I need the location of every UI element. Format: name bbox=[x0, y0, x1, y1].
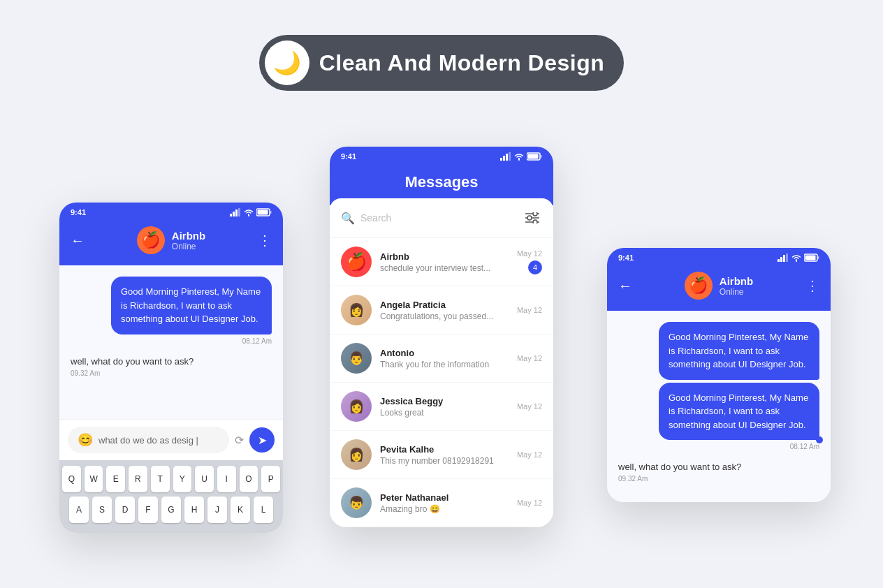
key-h[interactable]: H bbox=[184, 497, 204, 523]
key-l[interactable]: L bbox=[254, 497, 273, 523]
center-status-icons bbox=[500, 152, 542, 161]
list-item[interactable]: 👩 Pevita Kalhe This my number 0819291829… bbox=[330, 431, 553, 479]
svg-rect-25 bbox=[818, 256, 819, 259]
key-k[interactable]: K bbox=[231, 497, 250, 523]
peter-meta: May 12 bbox=[517, 499, 542, 507]
key-f[interactable]: F bbox=[138, 497, 158, 523]
key-t[interactable]: T bbox=[151, 466, 170, 492]
right-wifi-icon bbox=[791, 253, 801, 262]
left-input-box[interactable]: 😊 what do we do as desig | bbox=[68, 427, 229, 453]
airbnb-date: May 12 bbox=[517, 249, 542, 258]
jessica-meta: May 12 bbox=[517, 402, 542, 411]
pevita-content: Pevita Kalhe This my number 08192918291 bbox=[380, 444, 509, 466]
angela-meta: May 12 bbox=[517, 306, 542, 314]
key-e[interactable]: E bbox=[106, 466, 125, 492]
signal-icon bbox=[230, 208, 241, 216]
list-item[interactable]: 👦 Peter Nathanael Amazing bro 😄 May 12 bbox=[330, 479, 553, 527]
key-a[interactable]: A bbox=[69, 497, 89, 523]
angela-content: Angela Praticia Congratulations, you pas… bbox=[380, 300, 509, 321]
angela-date: May 12 bbox=[517, 306, 542, 314]
right-status-bar: 9:41 bbox=[607, 248, 831, 266]
svg-rect-5 bbox=[270, 211, 272, 214]
svg-rect-10 bbox=[509, 152, 511, 161]
airbnb-name: Airbnb bbox=[380, 251, 509, 262]
svg-rect-23 bbox=[786, 253, 788, 262]
keyboard-row-1: Q W E R T Y U I O P bbox=[62, 466, 280, 492]
search-left[interactable]: 🔍 Search bbox=[341, 212, 391, 225]
center-status-time: 9:41 bbox=[341, 152, 356, 161]
svg-point-18 bbox=[527, 216, 532, 220]
right-status-time: 9:41 bbox=[618, 253, 634, 262]
right-more-button[interactable]: ⋮ bbox=[805, 277, 819, 294]
list-item[interactable]: 👨 Antonio Thank you for the information … bbox=[330, 335, 553, 383]
contact-status: Online bbox=[172, 242, 205, 251]
badge-title: Clean And Modern Design bbox=[319, 50, 605, 76]
pevita-meta: May 12 bbox=[517, 450, 542, 459]
input-text: what do we do as desig | bbox=[98, 435, 219, 446]
right-contact-name: Airbnb bbox=[720, 275, 753, 287]
more-button[interactable]: ⋮ bbox=[258, 232, 272, 249]
left-status-bar: 9:41 bbox=[59, 203, 283, 221]
wifi-icon bbox=[244, 208, 254, 216]
contact-name: Airbnb bbox=[172, 230, 205, 242]
search-bar: 🔍 Search bbox=[330, 198, 553, 238]
svg-rect-2 bbox=[235, 210, 238, 216]
list-item[interactable]: 👩 Jessica Beggy Looks great May 12 bbox=[330, 383, 553, 431]
send-button[interactable]: ➤ bbox=[249, 427, 275, 453]
angela-avatar: 👩 bbox=[341, 295, 372, 325]
list-item[interactable]: 🍎 Airbnb schedule your interview test...… bbox=[330, 238, 553, 286]
sent-time: 08.12 Am bbox=[71, 337, 272, 345]
key-s[interactable]: S bbox=[92, 497, 112, 523]
right-contact-status: Online bbox=[720, 287, 753, 297]
airbnb-badge: 4 bbox=[528, 260, 542, 274]
list-item[interactable]: 👩 Angela Praticia Congratulations, you p… bbox=[330, 286, 553, 335]
center-status-bar: 9:41 bbox=[330, 147, 553, 165]
key-y[interactable]: Y bbox=[173, 466, 192, 492]
right-phone: 9:41 ← 🍎 Airbnb bbox=[607, 248, 831, 502]
antonio-preview: Thank you for the information bbox=[380, 360, 509, 369]
filter-icon[interactable] bbox=[523, 208, 542, 228]
key-g[interactable]: G bbox=[161, 497, 181, 523]
svg-rect-3 bbox=[238, 208, 240, 216]
left-input-area: 😊 what do we do as desig | ⟳ ➤ bbox=[59, 419, 283, 460]
search-icon: 🔍 bbox=[341, 212, 355, 225]
key-o[interactable]: O bbox=[240, 466, 258, 492]
jessica-avatar: 👩 bbox=[341, 391, 372, 422]
center-wifi-icon bbox=[514, 152, 524, 161]
key-r[interactable]: R bbox=[129, 466, 147, 492]
key-p[interactable]: P bbox=[261, 466, 280, 492]
airbnb-avatar: 🍎 bbox=[341, 247, 372, 277]
svg-rect-20 bbox=[778, 259, 780, 262]
right-sent-message-2: Good Morning Pinterest, My Name is Richa… bbox=[659, 383, 819, 441]
key-u[interactable]: U bbox=[195, 466, 214, 492]
key-j[interactable]: J bbox=[207, 497, 227, 523]
key-w[interactable]: W bbox=[85, 466, 103, 492]
received-message: well, what do you want to ask? bbox=[71, 356, 272, 367]
svg-point-19 bbox=[533, 220, 537, 223]
back-button[interactable]: ← bbox=[71, 233, 85, 249]
attachment-icon[interactable]: ⟳ bbox=[235, 434, 244, 447]
center-battery-icon bbox=[527, 152, 542, 161]
pevita-date: May 12 bbox=[517, 450, 542, 459]
right-received-message: well, what do you want to ask? bbox=[618, 462, 819, 472]
key-q[interactable]: Q bbox=[62, 466, 81, 492]
contact-avatar: 🍎 bbox=[137, 226, 165, 254]
peter-name: Peter Nathanael bbox=[380, 492, 509, 503]
pevita-preview: This my number 08192918291 bbox=[380, 456, 509, 466]
right-sent-message: Good Morning Pinterest, My Name is Richa… bbox=[659, 322, 819, 380]
search-placeholder: Search bbox=[360, 212, 391, 223]
pevita-avatar: 👩 bbox=[341, 439, 372, 470]
left-status-icons bbox=[230, 208, 272, 216]
svg-rect-7 bbox=[500, 158, 502, 161]
key-i[interactable]: I bbox=[217, 466, 236, 492]
key-d[interactable]: D bbox=[115, 497, 135, 523]
antonio-content: Antonio Thank you for the information bbox=[380, 348, 509, 369]
emoji-icon: 😊 bbox=[78, 432, 93, 448]
keyboard-row-2: A S D F G H J K L bbox=[62, 497, 280, 523]
right-contact-avatar: 🍎 bbox=[685, 272, 713, 300]
jessica-name: Jessica Beggy bbox=[380, 396, 509, 406]
right-back-button[interactable]: ← bbox=[618, 278, 632, 294]
svg-rect-0 bbox=[230, 214, 232, 216]
antonio-avatar: 👨 bbox=[341, 343, 372, 374]
airbnb-preview: schedule your interview test... bbox=[380, 263, 509, 273]
